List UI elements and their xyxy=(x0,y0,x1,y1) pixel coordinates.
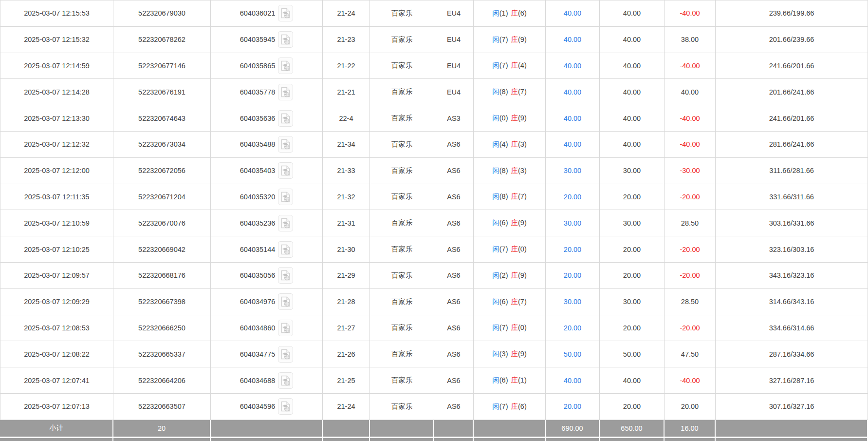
video-replay-button[interactable] xyxy=(278,293,293,310)
game-id-cell: 604035144 xyxy=(211,236,323,263)
video-replay-button[interactable] xyxy=(278,372,293,389)
game-name-cell: 百家乐 xyxy=(370,184,434,211)
video-replay-button[interactable] xyxy=(278,398,293,415)
player-label: 闲 xyxy=(492,271,499,279)
video-replay-button[interactable] xyxy=(278,162,293,179)
valid-amount-cell: 40.00 xyxy=(600,79,665,105)
balance-cell: 334.66/314.66 xyxy=(716,315,868,342)
result-cell: 闲(7)庄(9) xyxy=(474,27,546,53)
video-replay-button[interactable] xyxy=(278,267,293,284)
player-points: (7) xyxy=(499,324,508,331)
balance-cell: 323.16/303.16 xyxy=(716,236,868,263)
game-name-cell: 百家乐 xyxy=(370,27,434,53)
bet-amount-cell: 50.00 xyxy=(546,341,600,367)
game-name-cell: 百家乐 xyxy=(370,315,434,342)
bet-time-cell: 2025-03-07 12:10:59 xyxy=(0,210,113,236)
table-code-cell: AS3 xyxy=(434,105,474,132)
video-replay-icon xyxy=(280,217,291,229)
video-replay-button[interactable] xyxy=(278,31,293,48)
banker-points: (3) xyxy=(518,140,527,148)
player-label: 闲 xyxy=(492,88,499,96)
game-id-cell: 604035236 xyxy=(211,210,323,236)
player-label: 闲 xyxy=(492,219,499,227)
game-id-value: 604035945 xyxy=(240,36,276,43)
video-replay-button[interactable] xyxy=(278,136,293,153)
bet-time-cell: 2025-03-07 12:08:22 xyxy=(0,341,113,367)
game-id-cell: 604034596 xyxy=(211,394,323,420)
valid-amount-cell: 40.00 xyxy=(600,53,665,79)
player-points: (7) xyxy=(499,61,508,69)
table-row: 2025-03-07 12:11:35 522320671204 6040353… xyxy=(0,184,868,211)
order-id-cell: 522320664206 xyxy=(113,367,211,394)
video-replay-button[interactable] xyxy=(278,84,293,100)
subtotal-count: 20 xyxy=(113,420,211,438)
balance-cell: 343.16/323.16 xyxy=(716,263,868,289)
bet-amount-cell: 30.00 xyxy=(546,158,600,184)
balance-cell: 281.66/241.66 xyxy=(716,132,868,158)
order-id-cell: 522320670076 xyxy=(113,210,211,236)
video-replay-icon xyxy=(280,138,291,150)
result-cell: 闲(8)庄(3) xyxy=(474,158,546,184)
result-cell: 闲(2)庄(9) xyxy=(474,263,546,289)
player-label: 闲 xyxy=(492,36,499,43)
valid-amount-cell: 30.00 xyxy=(600,210,665,236)
table-row: 2025-03-07 12:14:59 522320677146 6040358… xyxy=(0,53,868,79)
round-cell: 21-32 xyxy=(323,184,370,211)
video-replay-button[interactable] xyxy=(278,346,293,363)
result-cell: 闲(1)庄(6) xyxy=(474,0,546,27)
table-code-cell: AS6 xyxy=(434,158,474,184)
balance-cell: 287.16/334.66 xyxy=(716,341,868,367)
video-replay-button[interactable] xyxy=(278,5,293,21)
order-id-cell: 522320667398 xyxy=(113,289,211,315)
player-points: (2) xyxy=(499,271,508,279)
player-points: (8) xyxy=(499,192,508,200)
player-label: 闲 xyxy=(492,167,499,174)
result-cell: 闲(7)庄(0) xyxy=(474,315,546,342)
order-id-cell: 522320674643 xyxy=(113,105,211,132)
video-replay-button[interactable] xyxy=(278,215,293,231)
subtotal-empty-game xyxy=(370,420,434,438)
round-cell: 21-31 xyxy=(323,210,370,236)
result-cell: 闲(7)庄(0) xyxy=(474,236,546,263)
balance-cell: 201.66/241.66 xyxy=(716,79,868,105)
winloss-cell: -20.00 xyxy=(665,236,716,263)
banker-points: (4) xyxy=(518,61,527,69)
video-replay-button[interactable] xyxy=(278,241,293,258)
game-name-cell: 百家乐 xyxy=(370,289,434,315)
video-replay-button[interactable] xyxy=(278,189,293,205)
valid-amount-cell: 20.00 xyxy=(600,236,665,263)
valid-amount-cell: 20.00 xyxy=(600,263,665,289)
game-id-cell: 604036021 xyxy=(211,0,323,27)
video-replay-icon xyxy=(280,113,291,124)
order-id-cell: 522320665337 xyxy=(113,341,211,367)
round-cell: 22-4 xyxy=(323,105,370,132)
table-code-cell: EU4 xyxy=(434,79,474,105)
balance-cell: 239.66/199.66 xyxy=(716,0,868,27)
table-code-cell: AS6 xyxy=(434,341,474,367)
banker-label: 庄 xyxy=(511,403,518,410)
valid-amount-cell: 30.00 xyxy=(600,289,665,315)
video-replay-icon xyxy=(280,191,291,203)
video-replay-button[interactable] xyxy=(278,110,293,127)
table-code-cell: AS6 xyxy=(434,132,474,158)
round-cell: 21-25 xyxy=(323,367,370,394)
player-points: (8) xyxy=(499,88,508,96)
player-label: 闲 xyxy=(492,61,499,69)
game-id-cell: 604034860 xyxy=(211,315,323,342)
valid-amount-cell: 30.00 xyxy=(600,158,665,184)
table-code-cell: AS6 xyxy=(434,394,474,420)
order-id-cell: 522320679030 xyxy=(113,0,211,27)
game-id-cell: 604034976 xyxy=(211,289,323,315)
video-replay-icon xyxy=(280,269,291,281)
game-name-cell: 百家乐 xyxy=(370,0,434,27)
video-replay-button[interactable] xyxy=(278,58,293,74)
game-id-value: 604035144 xyxy=(240,246,276,253)
game-id-value: 604034596 xyxy=(240,403,276,410)
player-label: 闲 xyxy=(492,298,499,306)
game-id-value: 604034775 xyxy=(240,350,276,358)
valid-amount-cell: 40.00 xyxy=(600,132,665,158)
game-name-cell: 百家乐 xyxy=(370,263,434,289)
video-replay-button[interactable] xyxy=(278,320,293,336)
balance-cell: 241.66/201.66 xyxy=(716,53,868,79)
bet-amount-cell: 20.00 xyxy=(546,184,600,211)
